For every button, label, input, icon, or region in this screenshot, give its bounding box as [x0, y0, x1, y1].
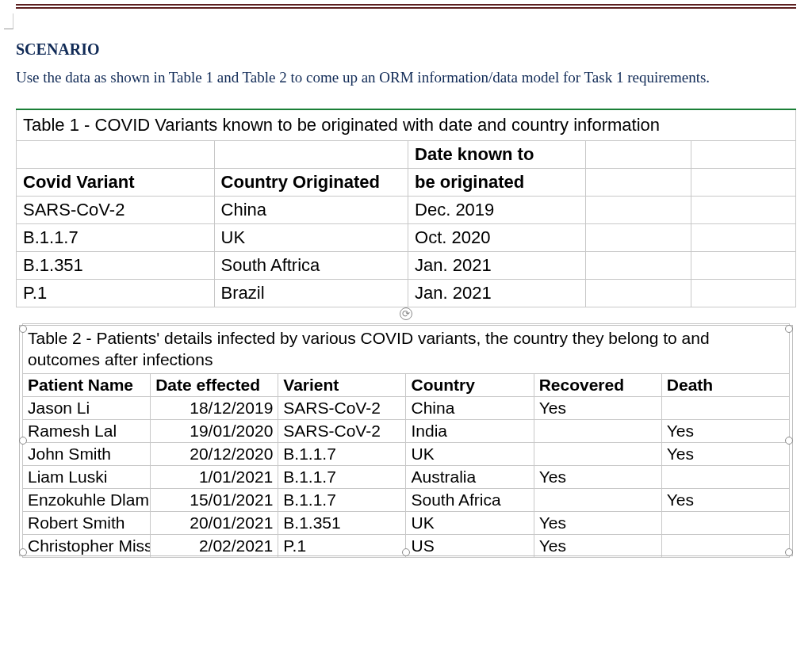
rotate-handle-icon[interactable]: ⟳ [400, 307, 412, 320]
header-rule [16, 4, 796, 9]
cell-date: 2/02/2021 [151, 535, 278, 558]
cell-death [661, 397, 789, 420]
cell-date: Jan. 2021 [408, 279, 586, 307]
cell-name: Enzokuhle Dlamini [23, 489, 151, 512]
table-row: Robert Smith 20/01/2021 B.1.351 UK Yes [23, 512, 790, 535]
table-row: B.1.1.7 UK Oct. 2020 [17, 223, 796, 251]
table-row: Ramesh Lal 19/01/2020 SARS-CoV-2 India Y… [23, 420, 790, 443]
cell-country: China [214, 196, 408, 223]
cell-name: John Smith [23, 443, 151, 466]
table1-header-country-blank [214, 140, 408, 168]
cell-death [661, 466, 789, 489]
cell-date: Jan. 2021 [408, 251, 586, 279]
cell-date: Dec. 2019 [408, 196, 586, 223]
cell-country: South Africa [406, 489, 534, 512]
table1-header-variant-blank [17, 140, 215, 168]
cell-death [661, 512, 789, 535]
cell-recovered: Yes [534, 512, 661, 535]
cell-variant: B.1.351 [17, 251, 215, 279]
cell-date: 1/01/2021 [151, 466, 278, 489]
table-row: B.1.351 South Aftrica Jan. 2021 [17, 251, 796, 279]
table-row: Liam Luski 1/01/2021 B.1.1.7 Australia Y… [23, 466, 790, 489]
table2-header-variant: Varient [278, 374, 406, 397]
cell-recovered [534, 420, 661, 443]
cell-death: Yes [661, 420, 789, 443]
table2-title: Table 2 - Patients' details infected by … [23, 323, 790, 374]
text-cursor-mark [4, 13, 13, 29]
cell-variant: B.1.1.7 [278, 466, 406, 489]
cell-name: Ramesh Lal [23, 420, 151, 443]
cell-date: 19/01/2020 [151, 420, 278, 443]
cell-death: Yes [661, 443, 789, 466]
cell-variant: SARS-CoV-2 [278, 420, 406, 443]
cell-date: 18/12/2019 [151, 397, 278, 420]
table2-header-date: Date effected [151, 374, 278, 397]
table1-header-blank5b [691, 168, 795, 196]
table2-header-country: Country [406, 374, 534, 397]
cell-death [661, 535, 789, 558]
cell-recovered: Yes [534, 397, 661, 420]
cell-country: Brazil [214, 279, 408, 307]
cell-recovered [534, 489, 661, 512]
table-row: P.1 Brazil Jan. 2021 [17, 279, 796, 307]
table-row: Jason Li 18/12/2019 SARS-CoV-2 China Yes [23, 397, 790, 420]
table1-header-country: Country Originated [214, 168, 408, 196]
cell-name: Christopher Mission [23, 535, 151, 558]
table1-title: Table 1 - COVID Variants known to be ori… [17, 109, 796, 141]
cell-country: South Aftrica [214, 251, 408, 279]
cell-death: Yes [661, 489, 789, 512]
cell-country: UK [214, 223, 408, 251]
cell-variant: B.1.1.7 [278, 443, 406, 466]
table1-header-blank5 [691, 140, 795, 168]
table-row: Enzokuhle Dlamini 15/01/2021 B.1.1.7 Sou… [23, 489, 790, 512]
table1-container: Table 1 - COVID Variants known to be ori… [16, 109, 796, 307]
cell-variant: SARS-CoV-2 [17, 196, 215, 223]
cell-date: 20/01/2021 [151, 512, 278, 535]
document-body: SCENARIO Use the data as shown in Table … [0, 32, 812, 582]
cell-variant: B.1.351 [278, 512, 406, 535]
cell-variant: SARS-CoV-2 [278, 397, 406, 420]
table1: Table 1 - COVID Variants known to be ori… [16, 109, 796, 307]
cell-country: India [406, 420, 534, 443]
scenario-intro: Use the data as shown in Table 1 and Tab… [16, 67, 796, 89]
cell-name: Liam Luski [23, 466, 151, 489]
cell-name: Robert Smith [23, 512, 151, 535]
cell-country: US [406, 535, 534, 558]
cell-recovered: Yes [534, 535, 661, 558]
cell-country: China [406, 397, 534, 420]
table2-header-name: Patient Name [23, 374, 151, 397]
table1-header-row2: Covid Variant Country Originated be orig… [17, 168, 796, 196]
table1-header-row1: Date known to [17, 140, 796, 168]
table1-header-blank4b [586, 168, 691, 196]
cell-name: Jason Li [23, 397, 151, 420]
table-row: John Smith 20/12/2020 B.1.1.7 UK Yes [23, 443, 790, 466]
table2-header-row: Patient Name Date effected Varient Count… [23, 374, 790, 397]
cell-date: 15/01/2021 [151, 489, 278, 512]
table2: Table 2 - Patients' details infected by … [22, 323, 790, 559]
table1-title-row: Table 1 - COVID Variants known to be ori… [17, 109, 796, 141]
cell-date: 20/12/2020 [151, 443, 278, 466]
cell-variant: B.1.1.7 [17, 223, 215, 251]
table-row: SARS-CoV-2 China Dec. 2019 [17, 196, 796, 223]
table2-container[interactable]: ⟳ Table 2 - Patients' details infected b… [16, 323, 796, 559]
cell-variant: B.1.1.7 [278, 489, 406, 512]
table2-title-row: Table 2 - Patients' details infected by … [23, 323, 790, 374]
table-row: Christopher Mission 2/02/2021 P.1 US Yes [23, 535, 790, 558]
table1-header-date-line2: be originated [408, 168, 586, 196]
cell-variant: P.1 [17, 279, 215, 307]
table2-header-recovered: Recovered [534, 374, 661, 397]
table1-header-date-line1: Date known to [408, 140, 586, 168]
cell-country: UK [406, 443, 534, 466]
cell-country: Australia [406, 466, 534, 489]
cell-variant: P.1 [278, 535, 406, 558]
table1-header-variant: Covid Variant [17, 168, 215, 196]
cell-recovered: Yes [534, 466, 661, 489]
scenario-heading: SCENARIO [16, 40, 796, 59]
table2-header-death: Death [661, 374, 789, 397]
cell-date: Oct. 2020 [408, 223, 586, 251]
table1-header-blank4 [586, 140, 691, 168]
cell-country: UK [406, 512, 534, 535]
cell-recovered [534, 443, 661, 466]
